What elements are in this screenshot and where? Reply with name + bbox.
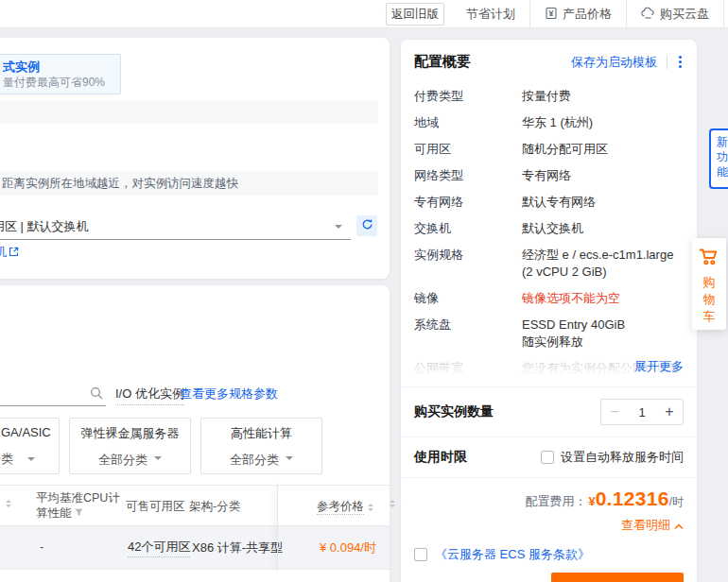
nav-savings-plan[interactable]: 节省计划 [452, 0, 529, 28]
terms-section: 《云服务器 ECS 服务条款》 [401, 534, 697, 563]
category-card-gpu-select[interactable]: 分类 [0, 451, 13, 468]
col-price-label: 参考价格 [317, 500, 364, 515]
category-card-baremetal-select[interactable]: 全部分类 [70, 452, 190, 469]
zone-select-value: 用区 | 默认交换机 [0, 218, 89, 235]
summary-row-system-disk: 系统盘 ESSD Entry 40GiB随实例释放 [414, 317, 684, 351]
spot-instance-promo-card[interactable]: 式实例 量付费最高可省90% [0, 54, 121, 94]
nav-product-console[interactable]: 产品控制台 [723, 0, 728, 28]
summary-row-image: 镜像 镜像选项不能为空 [414, 290, 684, 307]
cell-zones[interactable]: 42个可用区 [128, 539, 190, 557]
quantity-stepper[interactable]: − 1 + [600, 399, 684, 425]
more-options-icon[interactable] [677, 54, 684, 70]
cost-block: 配置费用：¥0.12316/时 查看明细 [401, 478, 697, 534]
cost-label: 配置费用： [525, 494, 586, 508]
shopping-cart-widget[interactable]: 购 物 车 [692, 238, 726, 330]
chevron-down-icon [154, 456, 162, 464]
external-link-icon [9, 246, 19, 260]
view-details-link[interactable]: 查看明细 [621, 517, 684, 534]
quantity-label: 购买实例数量 [414, 403, 494, 420]
nav-product-pricing-label: 产品价格 [563, 6, 612, 23]
vswitch-console-link[interactable]: 机 [0, 244, 19, 261]
category-card-baremetal-title: 弹性裸金属服务器 [70, 425, 190, 442]
divider [667, 56, 667, 69]
currency-symbol: ¥ [588, 494, 595, 508]
save-as-launch-template-link[interactable]: 保存为启动模板 [571, 54, 657, 71]
sort-icon[interactable] [368, 504, 373, 511]
filter-icon[interactable] [75, 506, 83, 520]
col-cpu-perf[interactable]: 平均基准CPU计算性能 [36, 490, 127, 521]
system-disk-line2: 随实例释放 [522, 334, 583, 349]
nav-buy-cloud-disk[interactable]: 购买云盘 [626, 0, 723, 28]
row-value-error: 镜像选项不能为空 [522, 290, 684, 307]
category-card-gpu[interactable]: GA/ASIC 分类 [0, 418, 60, 474]
row-value: 专有网络 [522, 167, 684, 184]
chevron-down-icon [286, 456, 293, 464]
cart-label: 购 物 车 [703, 274, 716, 325]
nav-buy-cloud-disk-label: 购买云盘 [660, 6, 709, 23]
ecs-buy-page: 返回旧版 节省计划 产品价格 购买云盘 产品控制台 式实例 量付费最高可省90% [0, 0, 728, 582]
terms-checkbox[interactable] [414, 548, 427, 561]
row-value: 默认交换机 [522, 220, 684, 237]
row-value: 按量付费 [522, 88, 684, 105]
spec-table-row[interactable]: - 42个可用区 X86 计算-共享型 ¥ 0.094/时 [0, 526, 390, 570]
category-card-hpc[interactable]: 高性能计算 全部分类 [200, 418, 322, 474]
chevron-down-icon [27, 457, 35, 465]
row-label: 可用区 [414, 141, 522, 158]
auto-release-label: 设置自动释放服务时间 [561, 449, 684, 466]
refresh-zones-button[interactable] [356, 215, 377, 236]
category-card-hpc-select[interactable]: 全部分类 [201, 452, 321, 469]
summary-title: 配置概要 [414, 53, 571, 71]
stepper-plus-button[interactable]: + [656, 403, 683, 420]
stepper-value[interactable]: 1 [628, 405, 656, 419]
col-arch-label: 架构-分类 [189, 499, 240, 515]
row-label: 网络类型 [414, 167, 522, 184]
cart-char: 购 [703, 274, 716, 291]
category-card-baremetal[interactable]: 弹性裸金属服务器 全部分类 [69, 418, 191, 474]
back-to-old-version-button[interactable]: 返回旧版 [386, 3, 444, 26]
row-value: 华东 1 (杭州) [522, 114, 684, 131]
chevron-up-icon [674, 519, 684, 533]
region-tip-text: 距离实例所在地域越近，对实例访问速度越快 [0, 171, 378, 196]
region-tip-bar: 距离实例所在地域越近，对实例访问速度越快 [0, 171, 378, 196]
row-label: 实例规格 [414, 247, 522, 281]
config-summary-panel: 配置概要 保存为启动模板 付费类型 按量付费 地域 华东 1 (杭州) 可用区 … [401, 40, 697, 582]
col-zones-label: 可售可用区 [126, 499, 185, 515]
row-label: 镜像 [414, 290, 522, 307]
cart-char: 物 [703, 291, 716, 308]
quantity-section: 购买实例数量 − 1 + [401, 387, 697, 436]
sort-icon[interactable] [6, 500, 11, 507]
category-card-baremetal-select-value: 全部分类 [98, 452, 147, 469]
refresh-icon [361, 218, 373, 233]
instance-config-panel: 式实例 量付费最高可省90% 距离实例所在地域越近，对实例访问速度越快 用区 |… [0, 38, 390, 279]
auto-release-checkbox[interactable] [541, 451, 554, 464]
summary-row-vpc: 专有网络 默认专有网络 [414, 194, 684, 211]
row-value: ESSD Entry 40GiB随实例释放 [522, 317, 684, 351]
category-card-hpc-select-value: 全部分类 [230, 452, 279, 469]
col-price[interactable]: 参考价格 [317, 499, 373, 515]
confirm-order-button[interactable]: 确认下单 [551, 573, 684, 582]
summary-row-vswitch: 交换机 默认交换机 [414, 220, 684, 237]
expand-more-link[interactable]: 展开更多 [634, 358, 684, 375]
summary-row-region: 地域 华东 1 (杭州) [414, 114, 684, 131]
summary-rows: 付费类型 按量付费 地域 华东 1 (杭州) 可用区 随机分配可用区 网络类型 … [401, 88, 697, 377]
row-value: 默认专有网络 [522, 194, 684, 211]
top-nav: 节省计划 产品价格 购买云盘 产品控制台 [452, 0, 728, 28]
more-spec-params-link[interactable]: 查看更多规格参数 [180, 385, 278, 402]
new-feature-char: 功 [717, 149, 728, 164]
stepper-minus-button[interactable]: − [601, 403, 628, 420]
cell-arch: X86 计算-共享型 [192, 539, 283, 556]
view-details-label: 查看明细 [621, 517, 670, 534]
nav-product-pricing[interactable]: 产品价格 [529, 0, 626, 28]
new-feature-tab[interactable]: 新 功 能 [709, 128, 728, 189]
category-card-gpu-title: GA/ASIC [1, 425, 51, 439]
zone-select[interactable]: 用区 | 默认交换机 [0, 215, 351, 240]
io-optimized-label: I/O 优化实例 [115, 385, 184, 405]
row-label: 地域 [414, 114, 522, 131]
ecs-terms-link[interactable]: 《云服务器 ECS 服务条款》 [435, 546, 590, 563]
cloud-disk-icon [641, 7, 655, 22]
duration-section: 使用时限 设置自动释放服务时间 [401, 437, 697, 477]
spec-search-input[interactable] [0, 382, 106, 406]
sort-icon[interactable] [390, 500, 395, 507]
category-card-hpc-title: 高性能计算 [201, 425, 321, 442]
row-label: 专有网络 [414, 194, 522, 211]
